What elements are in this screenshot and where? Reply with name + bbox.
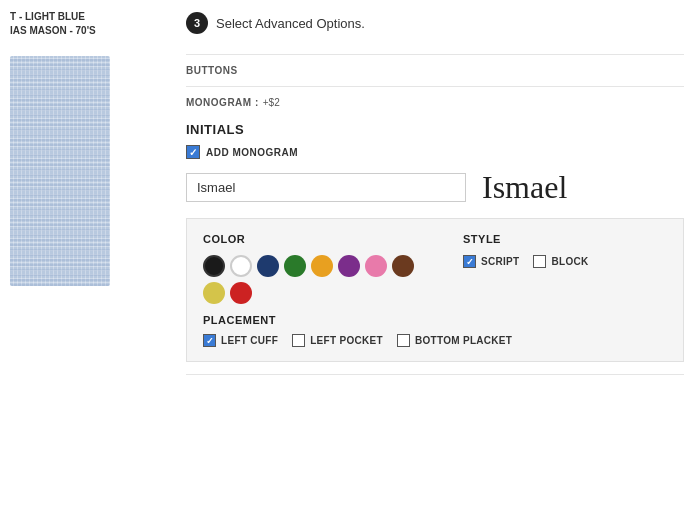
initials-title: INITIALS (186, 122, 684, 137)
monogram-input[interactable] (186, 173, 466, 202)
style-script-label: SCRIPT (481, 256, 519, 267)
style-option-script[interactable]: SCRIPT (463, 255, 519, 268)
monogram-preview: Ismael (482, 169, 567, 206)
style-option-block[interactable]: BLOCK (533, 255, 588, 268)
color-title: COLOR (203, 233, 423, 245)
step-header: 3 Select Advanced Options. (186, 12, 684, 34)
monogram-price: +$2 (263, 97, 280, 108)
swatch-purple[interactable] (338, 255, 360, 277)
sidebar-product-title: T - LIGHT BLUE IAS MASON - 70'S (10, 10, 170, 38)
step-label: Select Advanced Options. (216, 16, 365, 31)
swatch-orange[interactable] (311, 255, 333, 277)
bottom-placket-checkbox[interactable] (397, 334, 410, 347)
shirt-preview-image (10, 56, 110, 286)
style-options: SCRIPT BLOCK (463, 255, 589, 268)
color-column: COLOR (203, 233, 423, 304)
placement-options: LEFT CUFF LEFT POCKET BOTTOM PLACKET (203, 334, 667, 347)
add-monogram-checkbox[interactable] (186, 145, 200, 159)
buttons-row[interactable]: BUTTONS (186, 54, 684, 86)
step-number: 3 (186, 12, 208, 34)
placement-title: PLACEMENT (203, 314, 667, 326)
main-content: 3 Select Advanced Options. BUTTONS MONOG… (170, 0, 700, 525)
left-cuff-checkbox[interactable] (203, 334, 216, 347)
swatch-green[interactable] (284, 255, 306, 277)
color-swatches (203, 255, 423, 304)
swatch-white[interactable] (230, 255, 252, 277)
swatch-pink[interactable] (365, 255, 387, 277)
left-cuff-label: LEFT CUFF (221, 335, 278, 346)
buttons-label: BUTTONS (186, 65, 238, 76)
add-monogram-label: ADD MONOGRAM (206, 147, 298, 158)
sidebar: T - LIGHT BLUE IAS MASON - 70'S (0, 0, 170, 525)
swatch-brown[interactable] (392, 255, 414, 277)
left-pocket-checkbox[interactable] (292, 334, 305, 347)
placement-left-cuff[interactable]: LEFT CUFF (203, 334, 278, 347)
placement-left-pocket[interactable]: LEFT POCKET (292, 334, 383, 347)
style-script-checkbox[interactable] (463, 255, 476, 268)
placement-bottom-placket[interactable]: BOTTOM PLACKET (397, 334, 512, 347)
style-title: STYLE (463, 233, 589, 245)
monogram-label: MONOGRAM : (186, 97, 259, 108)
input-preview-row: Ismael (186, 169, 684, 206)
swatch-black[interactable] (203, 255, 225, 277)
swatch-yellow[interactable] (203, 282, 225, 304)
swatch-red[interactable] (230, 282, 252, 304)
color-style-panel: COLOR (186, 218, 684, 362)
swatch-navy[interactable] (257, 255, 279, 277)
monogram-row[interactable]: MONOGRAM : +$2 (186, 86, 684, 118)
style-column: STYLE SCRIPT BLOCK (463, 233, 589, 304)
style-block-checkbox[interactable] (533, 255, 546, 268)
initials-section: INITIALS ADD MONOGRAM Ismael COLOR (186, 122, 684, 362)
bottom-placket-label: BOTTOM PLACKET (415, 335, 512, 346)
add-monogram-row[interactable]: ADD MONOGRAM (186, 145, 684, 159)
style-block-label: BLOCK (551, 256, 588, 267)
placement-section: PLACEMENT LEFT CUFF LEFT POCKET BOTTO (203, 314, 667, 347)
bottom-divider (186, 374, 684, 375)
left-pocket-label: LEFT POCKET (310, 335, 383, 346)
